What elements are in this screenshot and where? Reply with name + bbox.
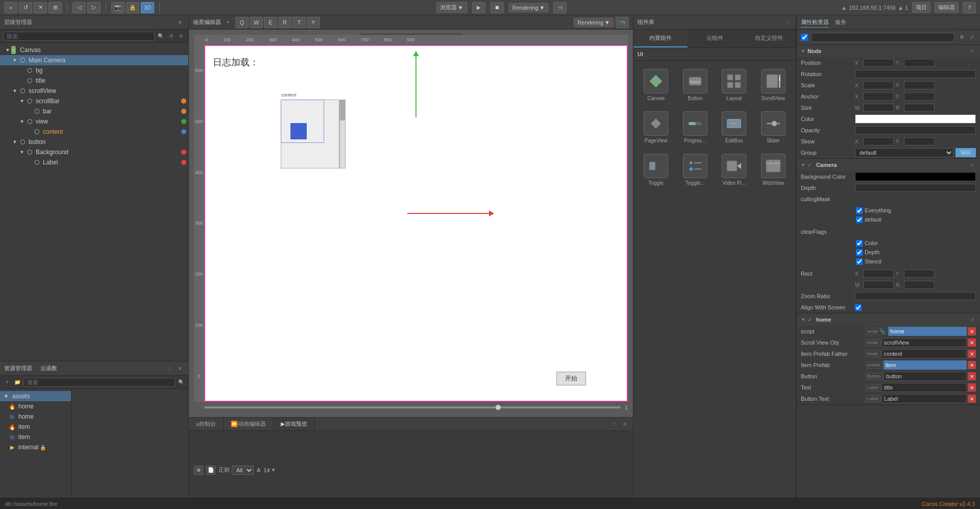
- comp-tab-builtin[interactable]: 内置组件: [633, 30, 688, 47]
- scene-add-icon[interactable]: +: [224, 18, 232, 27]
- rendering-dropdown[interactable]: Rendering ▼: [574, 18, 614, 27]
- comp-item-webview[interactable]: WebView: [756, 151, 791, 189]
- tree-arrow-background[interactable]: ▼: [18, 149, 26, 156]
- tree-arrow-main-camera[interactable]: ▼: [11, 57, 18, 64]
- scene-tool-scale[interactable]: R: [278, 17, 291, 28]
- tree-item-bar[interactable]: ▶ ⬡ bar: [0, 106, 188, 116]
- tab-preview[interactable]: ▶ 游戏预览: [274, 418, 315, 430]
- hierarchy-settings-btn[interactable]: ≡: [176, 18, 184, 27]
- toolbar-help-btn[interactable]: ?: [963, 2, 976, 13]
- group-edit-btn[interactable]: 编辑: [955, 148, 976, 157]
- comp-item-button[interactable]: Button Button: [678, 66, 713, 104]
- buttontext-clear-btn[interactable]: ✕: [968, 395, 976, 403]
- zoom-track[interactable]: [204, 406, 621, 408]
- scene-tool-rotate[interactable]: E: [264, 17, 277, 28]
- hierarchy-refresh-icon[interactable]: ↺: [167, 32, 175, 40]
- bottom-tab-expand-icon[interactable]: ↑: [610, 420, 619, 428]
- insp-tab-properties[interactable]: 属性检查器: [801, 17, 829, 28]
- toolbar-lock-btn[interactable]: 🔒: [126, 2, 139, 13]
- culling-everything-cb[interactable]: [856, 207, 863, 214]
- insp-tab-service[interactable]: 服务: [835, 17, 846, 28]
- node-active-checkbox[interactable]: [801, 34, 808, 41]
- section-node-expand[interactable]: ⤢: [969, 47, 976, 55]
- tree-item-scrollview[interactable]: ▼ ⬡ scrollView: [0, 86, 188, 96]
- item-prefab-display[interactable]: item: [884, 360, 967, 370]
- anchor-y-input[interactable]: 0.5: [904, 92, 935, 101]
- culling-default-cb[interactable]: [856, 216, 863, 223]
- toolbar-camera-view-btn[interactable]: 📹: [553, 2, 567, 13]
- rect-w-input[interactable]: 1: [863, 281, 894, 289]
- anchor-x-input[interactable]: 0.5: [863, 92, 894, 101]
- skew-x-input[interactable]: 0: [863, 137, 894, 146]
- toolbar-refresh-btn[interactable]: ↺: [19, 2, 32, 13]
- section-home-expand[interactable]: ⤢: [969, 316, 976, 323]
- toolbar-stop-btn[interactable]: ⏹: [491, 2, 504, 13]
- tree-item-scrollbar[interactable]: ▼ ⬡ scrollBar: [0, 96, 188, 106]
- skew-y-input[interactable]: 0: [904, 137, 935, 146]
- comp-item-slider[interactable]: Slider: [756, 108, 791, 147]
- hierarchy-search-input[interactable]: [3, 32, 155, 41]
- toolbar-rendering-dropdown[interactable]: Rendering ▼: [509, 3, 549, 12]
- tree-item-canvas[interactable]: ▼ C Canvas: [0, 45, 188, 55]
- tree-arrow-scrollview[interactable]: ▼: [11, 87, 18, 94]
- text-clear-btn[interactable]: ✕: [968, 383, 976, 392]
- scale-y-input[interactable]: 1: [904, 81, 935, 89]
- assets-search-icon[interactable]: 🔍: [177, 378, 185, 386]
- script-value-display[interactable]: home: [888, 327, 967, 336]
- depth-input[interactable]: -1: [855, 184, 976, 192]
- tree-item-content[interactable]: ▶ ⬡ content: [0, 127, 188, 137]
- comp-item-toggle[interactable]: Toggle: [639, 151, 674, 189]
- item-father-display[interactable]: content: [881, 349, 967, 358]
- comp-item-progress[interactable]: Progres...: [678, 108, 713, 147]
- tree-item-bg[interactable]: ▶ ⬡ bg: [0, 65, 188, 76]
- script-clear-btn[interactable]: ✕: [968, 327, 976, 335]
- align-checkbox[interactable]: [855, 304, 862, 311]
- comp-item-pageview[interactable]: PageView: [639, 108, 674, 147]
- tree-item-button[interactable]: ▼ ⬡ button: [0, 137, 188, 147]
- tree-arrow-scrollbar[interactable]: ▼: [18, 98, 26, 105]
- bottom-tab-menu-icon[interactable]: ≡: [621, 420, 629, 428]
- canvas-start-btn[interactable]: 开始: [556, 372, 586, 385]
- position-y-input[interactable]: 0: [904, 59, 935, 67]
- section-home-header[interactable]: ▼ ✓ home ⤢: [797, 313, 980, 326]
- assets-expand-icon[interactable]: ↑: [166, 365, 174, 373]
- toolbar-mode-2[interactable]: ▷: [87, 2, 101, 13]
- scrollview-obj-display[interactable]: scrollView: [881, 338, 967, 347]
- comp-item-layout[interactable]: Layout: [717, 66, 752, 104]
- comp-item-scrollview[interactable]: ScrollView: [756, 66, 791, 104]
- comp-item-editbox[interactable]: EditBox: [717, 108, 752, 147]
- console-clear-btn[interactable]: ⊗: [194, 466, 203, 475]
- tree-item-title[interactable]: ▶ ⬡ title: [0, 76, 188, 86]
- asset-file-item1[interactable]: 🔥 item: [0, 422, 71, 432]
- tree-item-view[interactable]: ▼ ⬡ view: [0, 116, 188, 127]
- asset-file-home2[interactable]: ts home: [0, 411, 71, 422]
- asset-folder-internal[interactable]: ▶ internal 🔒: [0, 442, 71, 452]
- scene-content[interactable]: 使用鼠标右键平移视点；使用滚轮缩放视图 0 100 200 300 400 50…: [189, 30, 633, 417]
- zoom-thumb[interactable]: [496, 405, 501, 410]
- tree-arrow-button[interactable]: ▼: [11, 138, 18, 146]
- scene-tool-move[interactable]: W: [250, 17, 263, 28]
- rect-y-input[interactable]: 0: [904, 270, 935, 278]
- scene-camera-btn[interactable]: 📹: [616, 17, 629, 28]
- comp-expand-icon[interactable]: ↑: [783, 18, 792, 27]
- clearflag-stencil-cb[interactable]: [856, 258, 863, 265]
- tree-item-background[interactable]: ▼ ⬡ Background: [0, 147, 188, 157]
- opacity-input[interactable]: 255: [855, 126, 976, 134]
- assets-folder-icon[interactable]: 📁: [13, 378, 21, 386]
- console-fontsize-dropdown[interactable]: ▼: [271, 467, 276, 473]
- hierarchy-search-icon[interactable]: 🔍: [157, 32, 165, 40]
- clearflag-color-cb[interactable]: [856, 240, 863, 247]
- tree-item-main-camera[interactable]: ▼ ⬡ Main Camera: [0, 55, 188, 65]
- rect-x-input[interactable]: 0: [863, 270, 894, 278]
- tree-item-label[interactable]: ▶ ⬡ Label: [0, 157, 188, 167]
- rotation-input[interactable]: 0: [855, 70, 976, 78]
- node-settings-icon[interactable]: ⚙: [958, 33, 966, 41]
- scale-x-input[interactable]: 1: [863, 81, 894, 89]
- toolbar-mode-1[interactable]: ◁: [72, 2, 86, 13]
- rect-h-input[interactable]: 1: [904, 281, 935, 289]
- toolbar-browser-dropdown[interactable]: 浏览器 ▼: [436, 2, 467, 13]
- section-node-header[interactable]: ▼ Node ⤢: [797, 45, 980, 57]
- section-camera-header[interactable]: ▼ ✓ Camera ⤢: [797, 159, 980, 171]
- color-swatch[interactable]: [855, 114, 976, 124]
- assets-add-icon[interactable]: +: [3, 378, 11, 386]
